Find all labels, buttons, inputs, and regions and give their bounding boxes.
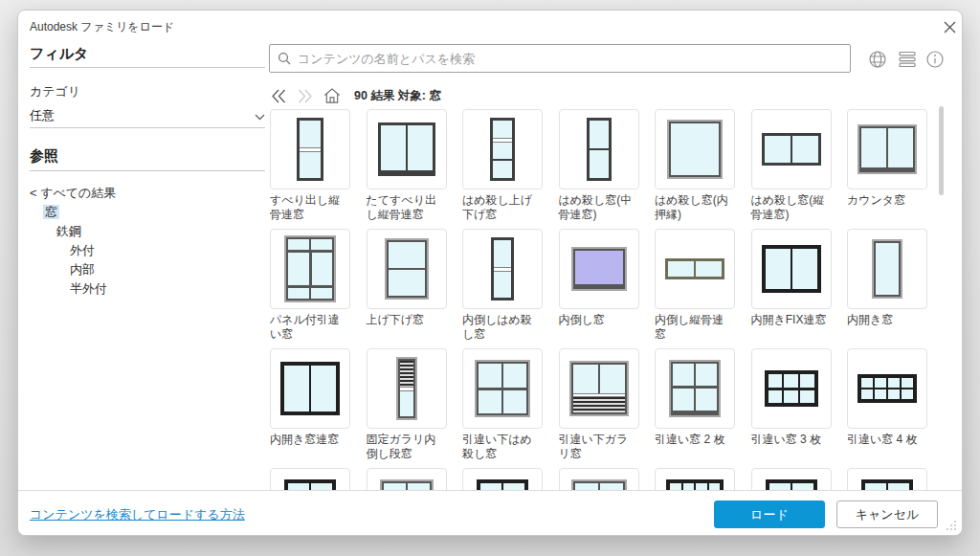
family-label: 引違い窓 4 枚	[847, 433, 927, 447]
family-thumbnail[interactable]	[367, 229, 447, 309]
family-item[interactable]: 内倒しはめ殺し窓	[462, 229, 543, 348]
search-input[interactable]	[298, 52, 842, 66]
chevron-down-icon	[255, 109, 265, 123]
family-thumbnail[interactable]	[847, 348, 927, 429]
search-bar	[269, 44, 851, 73]
family-thumbnail[interactable]	[559, 109, 639, 189]
family-item[interactable]: たてすべり出し縦骨連窓	[367, 109, 447, 229]
tree-back-link[interactable]: < すべての結果	[30, 184, 265, 203]
family-item[interactable]: はめ殺し窓(内押縁)	[655, 109, 735, 229]
family-thumbnail[interactable]	[751, 229, 832, 309]
family-thumbnail[interactable]	[270, 348, 350, 429]
family-item[interactable]: はめ殺し窓(縦骨連窓)	[751, 109, 832, 229]
family-thumbnail[interactable]	[270, 229, 350, 309]
family-thumbnail[interactable]	[559, 229, 639, 309]
family-item[interactable]	[367, 468, 447, 492]
family-item[interactable]: 引違い窓 2 枚	[655, 348, 735, 468]
back-icon[interactable]	[270, 87, 287, 104]
home-icon[interactable]	[323, 87, 341, 104]
family-thumbnail[interactable]	[462, 229, 543, 309]
family-label: はめ殺し窓(中骨連窓)	[559, 193, 639, 222]
family-label: たてすべり出し縦骨連窓	[367, 193, 447, 222]
cancel-button[interactable]: キャンセル	[836, 500, 938, 528]
result-summary: 90 結果 対象: 窓	[354, 88, 441, 104]
family-thumbnail[interactable]	[270, 468, 350, 492]
family-thumbnail[interactable]	[655, 109, 735, 189]
family-thumbnail[interactable]	[655, 229, 735, 309]
family-thumbnail[interactable]	[270, 109, 350, 189]
family-label: カウンタ窓	[847, 193, 927, 208]
help-link[interactable]: コンテンツを検索してロードする方法	[30, 506, 245, 523]
tree-item[interactable]: 半外付	[30, 279, 265, 299]
divider	[30, 67, 265, 68]
family-item[interactable]: はめ殺し上げ下げ窓	[462, 109, 543, 229]
category-label: カテゴリ	[30, 83, 80, 100]
globe-icon[interactable]	[866, 48, 889, 71]
family-item[interactable]: 内開き窓連窓	[270, 348, 350, 468]
dialog-footer: コンテンツを検索してロードする方法 ロード キャンセル	[18, 490, 962, 535]
family-item[interactable]: パネル付引違い窓	[270, 229, 350, 348]
load-family-dialog: Autodesk ファミリをロード フィルタ カテゴリ 任意 参照 < すべての…	[17, 10, 963, 536]
browse-tree: < すべての結果 窓鉄鋼外付内部半外付	[30, 184, 265, 299]
family-label: はめ殺し上げ下げ窓	[462, 193, 543, 222]
family-item[interactable]: カウンタ窓	[847, 109, 927, 229]
category-dropdown[interactable]: 任意	[30, 104, 265, 127]
family-item[interactable]: 内開きFIX連窓	[751, 229, 832, 348]
load-button[interactable]: ロード	[714, 500, 825, 528]
family-item[interactable]: 引違い窓 3 枚	[751, 348, 832, 468]
family-thumbnail[interactable]	[462, 468, 543, 492]
tree-item[interactable]: 鉄鋼	[30, 222, 265, 241]
family-thumbnail[interactable]	[847, 229, 927, 309]
family-item[interactable]	[270, 468, 350, 492]
family-item[interactable]: 引違い窓 4 枚	[847, 348, 927, 468]
tree-item[interactable]: 窓	[30, 203, 265, 222]
family-item[interactable]: 引違い下はめ殺し窓	[462, 348, 543, 468]
family-item[interactable]	[847, 468, 927, 492]
family-item[interactable]: 固定ガラリ内倒し段窓	[367, 348, 447, 468]
family-item[interactable]: すべり出し縦骨連窓	[270, 109, 350, 229]
family-item[interactable]: 内開き窓	[847, 229, 927, 348]
family-thumbnail[interactable]	[462, 109, 543, 189]
tree-item[interactable]: 内部	[30, 260, 265, 279]
family-label: 上げ下げ窓	[367, 313, 447, 327]
resize-grip-icon[interactable]	[947, 521, 956, 530]
info-icon[interactable]	[924, 48, 947, 71]
family-item[interactable]: はめ殺し窓(中骨連窓)	[559, 109, 639, 229]
tree-item[interactable]: 外付	[30, 241, 265, 260]
search-icon	[278, 52, 291, 65]
family-thumbnail[interactable]	[367, 468, 447, 492]
family-thumbnail[interactable]	[655, 468, 735, 492]
family-label: 内倒し縦骨連窓	[655, 313, 735, 342]
list-view-icon[interactable]	[896, 48, 919, 71]
vertical-scrollbar[interactable]	[939, 106, 944, 195]
family-item[interactable]	[655, 468, 735, 492]
family-thumbnail[interactable]	[847, 468, 927, 492]
divider	[30, 127, 265, 128]
family-thumbnail[interactable]	[751, 468, 832, 492]
family-thumbnail[interactable]	[847, 109, 927, 189]
family-label: 内開き窓	[847, 313, 927, 327]
family-item[interactable]: 内倒し縦骨連窓	[655, 229, 735, 348]
family-thumbnail[interactable]	[462, 348, 543, 429]
filter-header: フィルタ	[30, 45, 88, 63]
family-thumbnail[interactable]	[367, 109, 447, 189]
family-label: 内開き窓連窓	[270, 433, 350, 447]
close-icon[interactable]	[937, 14, 962, 39]
family-item[interactable]	[751, 468, 832, 492]
family-item[interactable]	[559, 468, 639, 492]
family-thumbnail[interactable]	[751, 348, 832, 429]
divider	[30, 170, 265, 171]
family-item[interactable]: 上げ下げ窓	[367, 229, 447, 348]
forward-icon[interactable]	[297, 87, 314, 104]
family-label: 引違い下ガラリ窓	[559, 433, 639, 461]
family-label: 引違い窓 3 枚	[751, 433, 832, 447]
family-thumbnail[interactable]	[367, 348, 447, 429]
results-toolbar: 90 結果 対象: 窓	[270, 85, 441, 106]
family-item[interactable]: 引違い下ガラリ窓	[559, 348, 639, 468]
family-item[interactable]	[462, 468, 543, 492]
family-thumbnail[interactable]	[559, 468, 639, 492]
family-thumbnail[interactable]	[751, 109, 832, 189]
family-thumbnail[interactable]	[559, 348, 639, 429]
family-item[interactable]: 内倒し窓	[559, 229, 639, 348]
family-thumbnail[interactable]	[655, 348, 735, 429]
